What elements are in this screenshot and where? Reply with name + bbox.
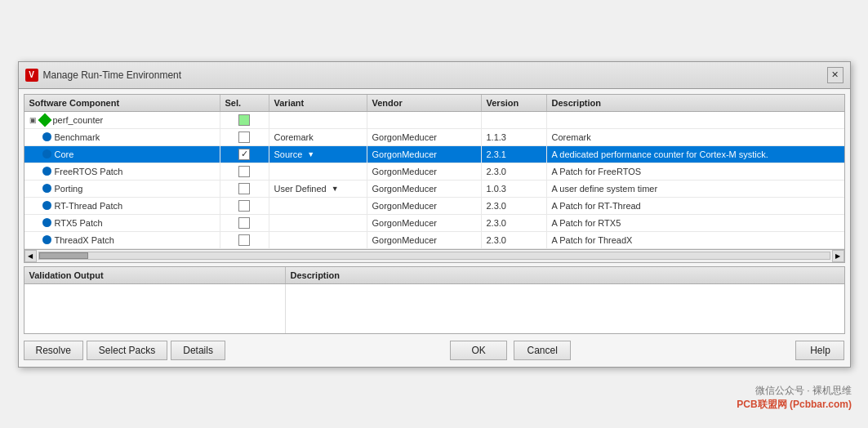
table-row[interactable]: FreeRTOS Patch GorgonMeducer 2.3.0 A Pat…	[24, 163, 844, 181]
validation-description-col	[286, 284, 844, 333]
vendor-cell	[367, 112, 482, 128]
table-row[interactable]: Porting User Defined ▼ GorgonMeducer 1.0…	[24, 181, 844, 198]
component-cell: Benchmark	[24, 129, 220, 145]
vendor-cell: GorgonMeducer	[367, 215, 482, 231]
buttons-center: OK Cancel	[450, 341, 571, 360]
variant-cell	[269, 232, 367, 248]
sel-cell	[220, 163, 269, 180]
hscroll-right-btn[interactable]: ▶	[832, 250, 844, 262]
col-header-description: Description	[547, 95, 844, 111]
validation-description-header: Description	[286, 267, 844, 283]
item-icon	[42, 167, 51, 176]
watermark: 微信公众号 · 裸机思维 PCB联盟网 (Pcbbar.com)	[737, 384, 852, 412]
table-row[interactable]: Core ✓ Source ▼ GorgonMeducer 2.3.1 A de…	[24, 146, 844, 163]
component-table: Software Component Sel. Variant Vendor V…	[24, 94, 845, 263]
item-icon	[42, 235, 51, 244]
version-cell: 2.3.0	[482, 232, 547, 248]
version-cell: 1.0.3	[482, 181, 547, 197]
checkbox[interactable]	[238, 132, 250, 143]
resolve-button[interactable]: Resolve	[24, 341, 83, 360]
cancel-button[interactable]: Cancel	[514, 341, 571, 360]
variant-cell	[269, 215, 367, 231]
select-packs-button[interactable]: Select Packs	[87, 341, 167, 360]
item-icon	[42, 218, 51, 227]
dropdown-arrow-icon[interactable]: ▼	[307, 150, 314, 158]
buttons-area: Resolve Select Packs Details OK Cancel H…	[24, 339, 845, 362]
table-row[interactable]: Benchmark Coremark GorgonMeducer 1.1.3 C…	[24, 129, 844, 146]
manage-rte-window: V Manage Run-Time Environment ✕ Software…	[18, 61, 851, 368]
checkbox[interactable]	[238, 200, 250, 212]
variant-cell: User Defined ▼	[269, 181, 367, 197]
window-title: Manage Run-Time Environment	[43, 69, 182, 81]
ok-button[interactable]: OK	[450, 341, 507, 360]
version-cell: 2.3.0	[482, 198, 547, 214]
sel-cell	[220, 129, 269, 145]
vendor-cell: GorgonMeducer	[367, 181, 482, 197]
title-bar-left: V Manage Run-Time Environment	[25, 69, 182, 82]
component-cell: RTX5 Patch	[24, 215, 220, 231]
vendor-cell: GorgonMeducer	[367, 146, 482, 163]
col-header-version: Version	[482, 95, 547, 111]
col-header-variant: Variant	[269, 95, 367, 111]
checkbox[interactable]: ✓	[238, 149, 250, 160]
buttons-left: Resolve Select Packs Details	[24, 341, 225, 360]
item-icon	[42, 184, 51, 193]
checkbox[interactable]	[238, 183, 250, 194]
version-cell: 1.1.3	[482, 129, 547, 145]
table-body[interactable]: ▣ perf_counter Benchm	[24, 112, 844, 249]
item-icon	[42, 149, 51, 158]
hscroll-left-btn[interactable]: ◀	[24, 250, 37, 262]
variant-cell	[269, 112, 367, 128]
sel-cell: ✓	[220, 146, 269, 163]
table-row[interactable]: RT-Thread Patch GorgonMeducer 2.3.0 A Pa…	[24, 198, 844, 215]
sel-cell	[220, 198, 269, 214]
component-cell: ThreadX Patch	[24, 232, 220, 248]
check-mark: ✓	[241, 149, 248, 159]
description-cell: A Patch for FreeRTOS	[547, 163, 844, 180]
version-cell: 2.3.1	[482, 146, 547, 163]
main-content: Software Component Sel. Variant Vendor V…	[19, 89, 850, 367]
component-cell: Porting	[24, 181, 220, 197]
checkbox[interactable]	[238, 217, 250, 229]
details-button[interactable]: Details	[171, 341, 225, 360]
table-row[interactable]: ▣ perf_counter	[24, 112, 844, 129]
app-icon: V	[25, 69, 38, 82]
validation-header: Validation Output Description	[24, 267, 844, 284]
variant-cell	[269, 163, 367, 180]
description-cell	[547, 112, 844, 128]
variant-cell: Coremark	[269, 129, 367, 145]
group-diamond-icon	[38, 113, 51, 127]
sel-cell	[220, 112, 269, 128]
version-cell	[482, 112, 547, 128]
watermark-line1: 微信公众号 · 裸机思维	[737, 384, 852, 398]
component-cell: ▣ perf_counter	[24, 112, 220, 128]
vendor-cell: GorgonMeducer	[367, 198, 482, 214]
version-cell: 2.3.0	[482, 163, 547, 180]
component-cell: RT-Thread Patch	[24, 198, 220, 214]
horizontal-scrollbar[interactable]: ◀ ▶	[24, 249, 844, 262]
description-cell: A Patch for ThreadX	[547, 232, 844, 248]
checkbox[interactable]	[238, 114, 250, 126]
component-cell: Core	[24, 146, 220, 163]
collapse-icon[interactable]: ▣	[29, 116, 37, 124]
help-button[interactable]: Help	[795, 341, 844, 360]
description-cell: A Patch for RT-Thread	[547, 198, 844, 214]
checkbox[interactable]	[238, 166, 250, 177]
description-cell: A user define system timer	[547, 181, 844, 197]
watermark-line2: PCB联盟网 (Pcbbar.com)	[737, 398, 852, 412]
checkbox[interactable]	[238, 234, 250, 246]
dropdown-arrow-icon[interactable]: ▼	[332, 185, 339, 193]
table-row[interactable]: ThreadX Patch GorgonMeducer 2.3.0 A Patc…	[24, 232, 844, 249]
validation-output-header: Validation Output	[24, 267, 286, 283]
vendor-cell: GorgonMeducer	[367, 129, 482, 145]
col-header-component: Software Component	[24, 95, 220, 111]
validation-area: Validation Output Description	[24, 266, 845, 334]
table-row[interactable]: RTX5 Patch GorgonMeducer 2.3.0 A Patch f…	[24, 215, 844, 232]
col-header-sel: Sel.	[220, 95, 269, 111]
close-button[interactable]: ✕	[827, 67, 844, 83]
item-icon	[42, 201, 51, 210]
description-cell: A Patch for RTX5	[547, 215, 844, 231]
hscroll-track[interactable]	[38, 252, 830, 260]
hscroll-thumb[interactable]	[39, 252, 88, 259]
sel-cell	[220, 232, 269, 248]
